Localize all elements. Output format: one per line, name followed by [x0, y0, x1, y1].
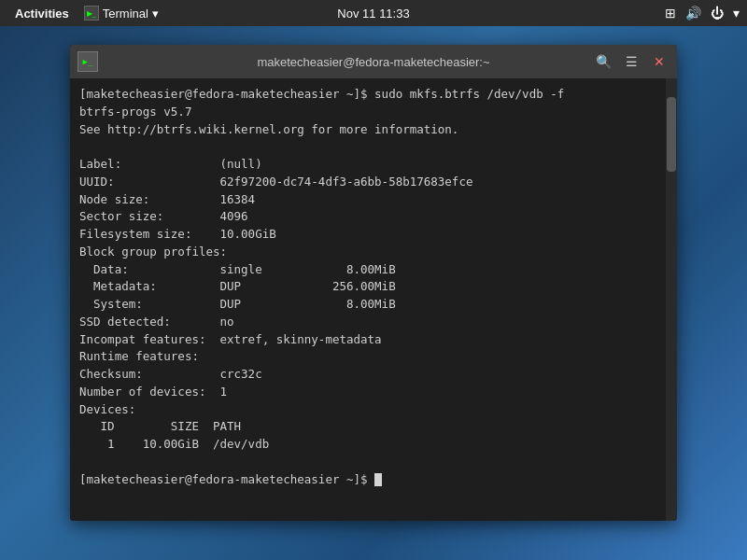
topbar-datetime: Nov 11 11:33 [337, 7, 409, 21]
topbar-left: Activities ▶_ Terminal ▾ [0, 5, 159, 22]
desktop: Activities ▶_ Terminal ▾ Nov 11 11:33 ⊞ … [0, 0, 747, 560]
titlebar-controls: 🔍 ☰ ✕ [593, 51, 669, 72]
titlebar-terminal-icon: ▶_ [78, 51, 98, 72]
topbar: Activities ▶_ Terminal ▾ Nov 11 11:33 ⊞ … [0, 0, 747, 26]
power-icon[interactable]: ⏻ [711, 6, 724, 21]
activities-button[interactable]: Activities [7, 5, 77, 22]
topbar-right: ⊞ 🔊 ⏻ ▾ [665, 6, 747, 21]
terminal-content-wrapper: [maketecheasier@fedora-maketecheasier ~]… [70, 78, 677, 521]
terminal-titlebar: ▶_ maketecheasier@fedora-maketecheasier:… [70, 45, 677, 78]
terminal-window: ▶_ maketecheasier@fedora-maketecheasier:… [70, 45, 677, 521]
search-button[interactable]: 🔍 [593, 51, 613, 72]
terminal-menu[interactable]: ▶_ Terminal ▾ [84, 6, 159, 21]
terminal-body[interactable]: [maketecheasier@fedora-maketecheasier ~]… [70, 78, 666, 521]
scrollbar[interactable] [666, 78, 677, 521]
topbar-arrow-down[interactable]: ▾ [733, 6, 740, 21]
scrollbar-thumb[interactable] [667, 97, 676, 172]
terminal-app-icon: ▶_ [84, 6, 99, 21]
titlebar-left: ▶_ [78, 51, 98, 72]
volume-icon[interactable]: 🔊 [685, 6, 701, 21]
terminal-menu-arrow: ▾ [152, 7, 159, 21]
network-icon[interactable]: ⊞ [665, 6, 676, 21]
terminal-menu-label: Terminal [103, 7, 148, 21]
menu-button[interactable]: ☰ [621, 51, 641, 72]
close-button[interactable]: ✕ [649, 51, 669, 72]
terminal-window-title: maketecheasier@fedora-maketecheasier:~ [257, 55, 489, 69]
